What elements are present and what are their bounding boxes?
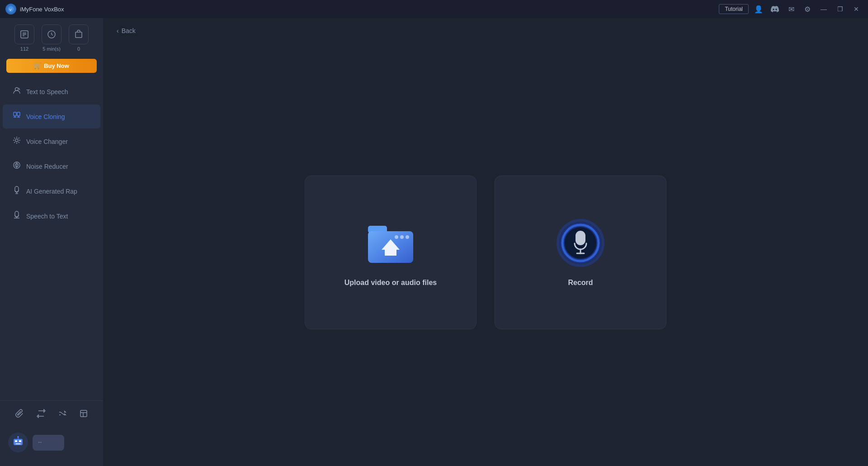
sidebar-item-speech-to-text[interactable]: Speech to Text bbox=[3, 204, 100, 228]
user-icon[interactable]: 👤 bbox=[752, 3, 765, 15]
app-title: iMyFone VoxBox bbox=[20, 6, 64, 13]
repeat-icon[interactable] bbox=[34, 406, 48, 421]
stt-label: Speech to Text bbox=[26, 213, 68, 220]
shuffle-icon[interactable] bbox=[55, 406, 70, 421]
sidebar-item-noise-reducer[interactable]: Noise Reducer bbox=[3, 154, 100, 178]
sidebar-item-text-to-speech[interactable]: Text to Speech bbox=[3, 80, 100, 104]
svg-line-8 bbox=[52, 34, 53, 35]
svg-point-33 bbox=[400, 235, 404, 239]
content-area: ‹ Back bbox=[103, 18, 868, 466]
title-bar-right: Tutorial 👤 ✉ ⚙ — ❐ ✕ bbox=[719, 3, 863, 15]
mail-icon[interactable]: ✉ bbox=[785, 3, 797, 15]
stt-icon bbox=[12, 210, 22, 222]
record-icon-area bbox=[556, 218, 605, 268]
record-card-label: Record bbox=[568, 279, 593, 287]
attachment-icon[interactable] bbox=[13, 406, 27, 421]
upload-card-label: Upload video or audio files bbox=[344, 279, 437, 287]
sidebar-item-voice-changer[interactable]: Voice Changer bbox=[3, 129, 100, 153]
chatbot-avatar bbox=[7, 432, 29, 453]
nr-icon bbox=[12, 161, 22, 172]
svg-point-35 bbox=[395, 235, 398, 239]
main-layout: 112 5 min(s) bbox=[0, 18, 868, 466]
stat-count: 0 bbox=[69, 24, 89, 52]
buy-now-button[interactable]: 🛒 Buy Now bbox=[6, 59, 97, 73]
tts-label: Text to Speech bbox=[26, 88, 68, 95]
mins-icon bbox=[42, 24, 61, 44]
vch-icon bbox=[12, 136, 22, 147]
maximize-button[interactable]: ❐ bbox=[834, 3, 846, 15]
mins-value: 5 min(s) bbox=[42, 46, 61, 52]
app-logo: V bbox=[5, 4, 16, 14]
svg-text:···: ··· bbox=[38, 440, 42, 445]
back-chevron-icon: ‹ bbox=[117, 27, 119, 34]
sidebar-nav: Text to Speech Voice Cloning bbox=[0, 79, 103, 397]
svg-point-34 bbox=[406, 235, 409, 239]
rap-label: AI Generated Rap bbox=[26, 188, 77, 195]
svg-point-13 bbox=[15, 139, 18, 142]
stat-chars: 112 bbox=[14, 24, 34, 52]
svg-rect-27 bbox=[19, 440, 21, 442]
tools-icon[interactable] bbox=[76, 406, 91, 421]
svg-point-28 bbox=[17, 436, 19, 438]
svg-rect-21 bbox=[80, 410, 87, 417]
sidebar-item-ai-rap[interactable]: AI Generated Rap bbox=[3, 179, 100, 203]
sidebar: 112 5 min(s) bbox=[0, 18, 103, 466]
svg-rect-12 bbox=[17, 112, 20, 116]
buy-now-label: Buy Now bbox=[44, 62, 69, 69]
back-label: Back bbox=[122, 27, 136, 34]
sidebar-bottom-icons bbox=[0, 400, 103, 426]
vc-label: Voice Cloning bbox=[26, 113, 65, 120]
svg-rect-9 bbox=[75, 32, 82, 38]
cart-icon: 🛒 bbox=[34, 62, 41, 69]
sidebar-item-voice-cloning[interactable]: Voice Cloning bbox=[3, 105, 100, 128]
chatbot-area[interactable]: ··· bbox=[0, 426, 103, 459]
chars-value: 112 bbox=[20, 46, 28, 52]
chatbot-bubble: ··· bbox=[33, 435, 64, 451]
vc-icon bbox=[12, 111, 22, 122]
rap-icon bbox=[12, 185, 22, 197]
svg-rect-26 bbox=[15, 440, 17, 442]
tts-icon bbox=[12, 86, 22, 97]
count-icon bbox=[69, 24, 89, 44]
cards-container: Upload video or audio files bbox=[117, 48, 854, 457]
title-bar: V iMyFone VoxBox Tutorial 👤 ✉ ⚙ — ❐ ✕ bbox=[0, 0, 868, 18]
minimize-button[interactable]: — bbox=[817, 3, 830, 15]
back-button[interactable]: ‹ Back bbox=[117, 27, 136, 34]
record-card[interactable]: Record bbox=[495, 176, 666, 329]
upload-card[interactable]: Upload video or audio files bbox=[305, 176, 476, 329]
vch-label: Voice Changer bbox=[26, 138, 68, 145]
settings-icon[interactable]: ⚙ bbox=[801, 3, 814, 15]
svg-rect-25 bbox=[14, 439, 23, 445]
title-bar-left: V iMyFone VoxBox bbox=[5, 4, 64, 14]
count-value: 0 bbox=[77, 46, 80, 52]
discord-icon[interactable] bbox=[769, 3, 781, 15]
svg-text:V: V bbox=[9, 8, 12, 12]
sidebar-stats: 112 5 min(s) bbox=[0, 18, 103, 56]
upload-icon-area bbox=[366, 218, 415, 268]
chars-icon bbox=[14, 24, 34, 44]
svg-rect-41 bbox=[576, 231, 585, 245]
tutorial-button[interactable]: Tutorial bbox=[719, 4, 749, 14]
close-button[interactable]: ✕ bbox=[850, 3, 863, 15]
stat-mins: 5 min(s) bbox=[42, 24, 61, 52]
svg-rect-11 bbox=[14, 112, 16, 116]
nr-label: Noise Reducer bbox=[26, 163, 68, 170]
